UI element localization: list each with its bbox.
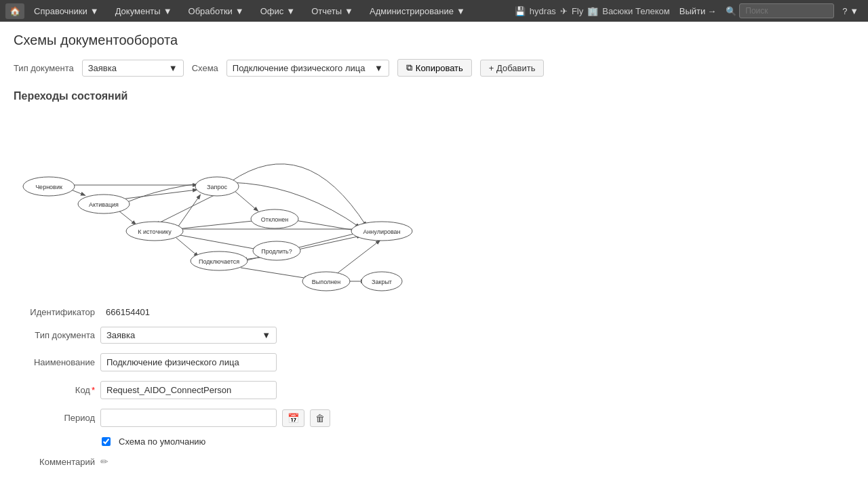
home-button[interactable]: 🏠 bbox=[5, 3, 24, 19]
form-doc-type-select[interactable]: Заявка ▼ bbox=[100, 327, 277, 344]
svg-text:Аннулирован: Аннулирован bbox=[363, 228, 400, 235]
clear-date-button[interactable]: 🗑 bbox=[310, 409, 330, 427]
schema-label: Схема bbox=[192, 63, 218, 73]
svg-line-13 bbox=[336, 241, 380, 274]
add-button[interactable]: + Добавить bbox=[480, 60, 545, 77]
logout-icon: → bbox=[707, 6, 716, 16]
svg-text:Закрыт: Закрыт bbox=[372, 279, 392, 285]
nav-item-references[interactable]: Справочники ▼ bbox=[27, 0, 106, 22]
company-link[interactable]: 🏢 Васюки Телеком bbox=[587, 6, 670, 16]
transitions-title: Переходы состояний bbox=[14, 90, 854, 102]
page-title: Схемы документооборота bbox=[14, 33, 854, 48]
hydras-link[interactable]: 💾 hydras bbox=[515, 6, 556, 16]
form-period-input[interactable] bbox=[100, 409, 277, 427]
fly-link[interactable]: ✈ Fly bbox=[560, 6, 583, 16]
transitions-section: Переходы состояний bbox=[14, 90, 854, 293]
nav-item-reports[interactable]: Отчеты ▼ bbox=[304, 0, 360, 22]
svg-text:Подключается: Подключается bbox=[199, 258, 239, 265]
identifier-label: Идентификатор bbox=[14, 307, 95, 317]
fly-icon: ✈ bbox=[560, 6, 568, 16]
copy-button[interactable]: ⧉ Копировать bbox=[397, 59, 472, 77]
svg-line-17 bbox=[176, 220, 259, 229]
name-field-row: Наименование bbox=[14, 353, 854, 371]
schema-select[interactable]: Подключение физического лица ▼ bbox=[226, 60, 389, 77]
nav-label-reports: Отчеты bbox=[311, 6, 342, 16]
workflow-graph: Черновик Активация Запрос Отклонен К ист… bbox=[14, 110, 434, 293]
calendar-button[interactable]: 📅 bbox=[282, 409, 304, 427]
nav-item-processing[interactable]: Обработки ▼ bbox=[182, 0, 251, 22]
nav-label-office: Офис bbox=[260, 6, 284, 16]
svg-text:Выполнен: Выполнен bbox=[312, 279, 340, 285]
doc-type-label: Тип документа bbox=[14, 63, 74, 73]
identifier-row: Идентификатор 666154401 bbox=[14, 307, 854, 317]
form-name-label: Наименование bbox=[14, 357, 95, 367]
hydras-icon: 💾 bbox=[515, 6, 526, 16]
svg-text:Черновик: Черновик bbox=[35, 184, 62, 190]
dropdown-arrow-reports: ▼ bbox=[344, 6, 353, 16]
company-icon: 🏢 bbox=[587, 6, 598, 16]
comment-edit-icon[interactable]: ✏ bbox=[100, 456, 108, 467]
nav-item-documents[interactable]: Документы ▼ bbox=[108, 0, 179, 22]
search-input[interactable] bbox=[739, 3, 834, 18]
form-code-label: Код bbox=[14, 385, 95, 395]
hydras-label: hydras bbox=[530, 6, 556, 16]
home-icon: 🏠 bbox=[9, 6, 20, 16]
comment-row: Комментарий ✏ bbox=[14, 456, 854, 467]
identifier-value: 666154401 bbox=[106, 307, 150, 317]
dropdown-arrow-references: ▼ bbox=[90, 6, 99, 16]
nav-item-admin[interactable]: Администрирование ▼ bbox=[363, 0, 472, 22]
navbar: 🏠 Справочники ▼ Документы ▼ Обработки ▼ … bbox=[0, 0, 868, 22]
code-field-row: Код bbox=[14, 381, 854, 399]
svg-text:Отклонен: Отклонен bbox=[261, 216, 288, 223]
schema-dropdown-arrow: ▼ bbox=[374, 63, 383, 73]
copy-icon: ⧉ bbox=[406, 62, 412, 73]
form-code-input[interactable] bbox=[100, 381, 277, 399]
form-name-input[interactable] bbox=[100, 353, 277, 371]
form-comment-label: Комментарий bbox=[14, 457, 95, 467]
company-label: Васюки Телеком bbox=[602, 6, 670, 16]
form-doc-type-label: Тип документа bbox=[14, 330, 95, 340]
default-schema-checkbox[interactable] bbox=[102, 437, 111, 446]
svg-line-9 bbox=[241, 268, 309, 279]
logout-label: Выйти bbox=[679, 6, 706, 16]
nav-label-processing: Обработки bbox=[189, 6, 233, 16]
svg-line-3 bbox=[234, 190, 258, 211]
doc-type-value: Заявка bbox=[88, 63, 117, 73]
svg-line-10 bbox=[298, 236, 361, 249]
form-section: Идентификатор 666154401 Тип документа За… bbox=[14, 307, 854, 467]
svg-text:Активация: Активация bbox=[89, 201, 119, 208]
svg-line-16 bbox=[156, 194, 217, 224]
svg-text:К источнику: К источнику bbox=[138, 228, 172, 235]
help-button[interactable]: ? ▼ bbox=[838, 6, 863, 16]
doc-type-select[interactable]: Заявка ▼ bbox=[82, 60, 184, 77]
svg-line-4 bbox=[119, 211, 136, 224]
copy-label: Копировать bbox=[416, 63, 463, 73]
page-content: Схемы документооборота Тип документа Зая… bbox=[0, 22, 868, 478]
help-dropdown-arrow: ▼ bbox=[850, 6, 859, 16]
svg-line-14 bbox=[295, 220, 359, 231]
schema-value: Подключение физического лица bbox=[233, 63, 366, 73]
doc-type-dropdown-arrow: ▼ bbox=[169, 63, 178, 73]
fly-label: Fly bbox=[572, 6, 583, 16]
period-field-row: Период 📅 🗑 bbox=[14, 409, 854, 427]
dropdown-arrow-processing: ▼ bbox=[235, 6, 244, 16]
default-schema-label: Схема по умолчанию bbox=[119, 436, 205, 447]
clear-icon: 🗑 bbox=[315, 413, 325, 424]
graph-area: Черновик Активация Запрос Отклонен К ист… bbox=[14, 110, 434, 293]
form-doc-type-value: Заявка bbox=[106, 330, 135, 340]
nav-item-office[interactable]: Офис ▼ bbox=[254, 0, 302, 22]
search-icon: 🔍 bbox=[726, 6, 736, 16]
logout-button[interactable]: Выйти → bbox=[674, 6, 722, 16]
help-label: ? bbox=[842, 6, 847, 16]
add-label: + Добавить bbox=[489, 63, 536, 73]
nav-label-documents: Документы bbox=[115, 6, 161, 16]
form-period-label: Период bbox=[14, 413, 95, 423]
doc-type-field-row: Тип документа Заявка ▼ bbox=[14, 327, 854, 344]
calendar-icon: 📅 bbox=[288, 413, 299, 424]
svg-line-7 bbox=[176, 235, 258, 249]
dropdown-arrow-office: ▼ bbox=[286, 6, 295, 16]
svg-text:Продлить?: Продлить? bbox=[261, 248, 292, 255]
form-doc-type-arrow: ▼ bbox=[262, 330, 271, 340]
nav-label-references: Справочники bbox=[34, 6, 87, 16]
dropdown-arrow-admin: ▼ bbox=[456, 6, 465, 16]
